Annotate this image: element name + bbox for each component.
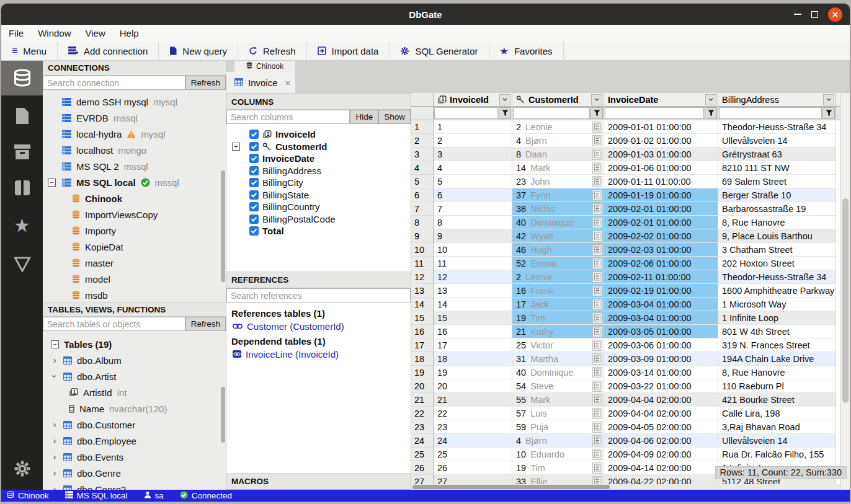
cell-invoicedate[interactable]: 2009-02-01 01:00:00 bbox=[604, 202, 718, 216]
cell-invoicedate[interactable]: 2009-04-05 02:00:00 bbox=[604, 420, 718, 434]
cell-invoiceid[interactable]: 1 bbox=[434, 120, 512, 134]
filter-input-invoicedate[interactable] bbox=[605, 107, 704, 119]
cell-billingaddress[interactable]: 69 Salem Street bbox=[718, 175, 836, 188]
cell-invoicedate[interactable]: 2009-01-06 01:00:00 bbox=[604, 161, 718, 175]
cell-billingaddress[interactable]: Calle Lira, 198 bbox=[718, 407, 836, 420]
filter-funnel-icon[interactable] bbox=[590, 107, 603, 119]
cell-billingaddress[interactable]: 8, Rue Hanovre bbox=[718, 216, 836, 229]
cell-invoiceid[interactable]: 10 bbox=[434, 243, 512, 257]
cell-invoiceid[interactable]: 20 bbox=[434, 379, 512, 393]
reference-link-customer[interactable]: Customer (CustomerId) bbox=[233, 321, 406, 332]
activity-star-icon[interactable]: ★ bbox=[1, 208, 43, 243]
column-item-invoicedate[interactable]: InvoiceDate bbox=[226, 153, 411, 165]
row-detail-icon[interactable] bbox=[592, 435, 602, 446]
row-number[interactable]: 10 bbox=[411, 243, 434, 257]
chevron-right-icon[interactable]: › bbox=[51, 420, 58, 430]
cell-invoicedate[interactable]: 2009-03-14 01:00:00 bbox=[604, 366, 718, 379]
tree-item-dbo-album[interactable]: ›dbo.Album bbox=[43, 352, 226, 368]
activity-filter-icon[interactable] bbox=[1, 247, 43, 281]
references-header[interactable]: REFERENCES bbox=[226, 272, 411, 288]
chevron-right-icon[interactable]: › bbox=[51, 355, 58, 365]
row-number[interactable]: 12 bbox=[411, 270, 434, 284]
new-query-button[interactable]: New query bbox=[159, 42, 238, 60]
cell-invoicedate[interactable]: 2009-04-06 02:00:00 bbox=[604, 434, 718, 448]
database-item-model[interactable]: model bbox=[43, 271, 226, 287]
cell-billingaddress[interactable]: 801 W 4th Street bbox=[718, 325, 836, 338]
cell-invoiceid[interactable]: 3 bbox=[434, 148, 512, 161]
row-detail-icon[interactable] bbox=[592, 408, 602, 419]
cell-invoiceid[interactable]: 22 bbox=[434, 407, 512, 420]
database-item-chinook[interactable]: Chinook bbox=[43, 190, 226, 206]
activity-archive-icon[interactable] bbox=[1, 135, 43, 169]
tree-item-artistid[interactable]: 1ArtistIdint bbox=[43, 384, 226, 400]
activity-file-icon[interactable] bbox=[1, 99, 43, 133]
connection-item-evrdb[interactable]: EVRDBmssql bbox=[43, 110, 226, 126]
cell-invoiceid[interactable]: 18 bbox=[434, 352, 512, 366]
row-detail-icon[interactable] bbox=[592, 312, 602, 324]
tab-invoice[interactable]: Invoice × bbox=[226, 72, 295, 93]
row-detail-icon[interactable] bbox=[592, 449, 602, 460]
column-checkbox[interactable] bbox=[249, 142, 259, 151]
show-button[interactable]: Show bbox=[378, 110, 411, 124]
tree-item-dbo-employee[interactable]: ›dbo.Employee bbox=[43, 433, 226, 449]
cell-invoicedate[interactable]: 2009-01-19 01:00:00 bbox=[604, 188, 718, 202]
cell-billingaddress[interactable]: Barbarossastraße 19 bbox=[718, 202, 836, 216]
chevron-right-icon[interactable]: › bbox=[51, 484, 58, 490]
database-item-importviewscopy[interactable]: ImportViewsCopy bbox=[43, 206, 226, 223]
cell-invoicedate[interactable]: 2009-04-14 02:00:00 bbox=[604, 461, 718, 475]
cell-billingaddress[interactable]: 319 N. Frances Street bbox=[718, 338, 836, 352]
cell-billingaddress[interactable]: 8, Rue Hanovre bbox=[718, 366, 836, 379]
cell-invoiceid[interactable]: 5 bbox=[434, 175, 512, 188]
columns-header[interactable]: COLUMNS bbox=[226, 93, 411, 110]
chevron-right-icon[interactable]: › bbox=[51, 452, 58, 462]
row-number[interactable]: 15 bbox=[411, 311, 434, 325]
database-item-kopiedat[interactable]: KopieDat bbox=[43, 239, 226, 255]
cell-customerid[interactable]: 4Bjørn bbox=[512, 134, 604, 148]
cell-customerid[interactable]: 42Wyatt bbox=[512, 229, 604, 243]
tables-header[interactable]: TABLES, VIEWS, FUNCTIONS bbox=[43, 302, 226, 317]
row-number[interactable]: 17 bbox=[411, 338, 434, 352]
tab-close-icon[interactable]: × bbox=[285, 77, 291, 88]
row-number[interactable]: 20 bbox=[411, 379, 434, 393]
column-item-total[interactable]: Total bbox=[226, 225, 411, 237]
column-checkbox[interactable] bbox=[249, 190, 259, 200]
cell-customerid[interactable]: 40Dominique bbox=[512, 216, 604, 229]
connection-item-local-hydra[interactable]: local-hydramysql bbox=[43, 126, 226, 142]
cell-invoicedate[interactable]: 2009-04-04 02:00:00 bbox=[604, 407, 718, 420]
tab-group-chinook[interactable]: Chinook bbox=[234, 61, 295, 72]
expand-icon[interactable]: + bbox=[232, 143, 240, 151]
cell-invoiceid[interactable]: 13 bbox=[434, 284, 512, 298]
status-server[interactable]: MS SQL local bbox=[65, 491, 128, 500]
cell-customerid[interactable]: 31Martha bbox=[512, 352, 604, 366]
grid-horizontal-scrollbar[interactable] bbox=[411, 484, 840, 490]
row-detail-icon[interactable] bbox=[592, 381, 602, 392]
row-detail-icon[interactable] bbox=[592, 353, 602, 365]
cell-invoicedate[interactable]: 2009-02-06 01:00:00 bbox=[604, 257, 718, 270]
connections-refresh-button[interactable]: Refresh bbox=[185, 76, 226, 90]
row-number[interactable]: 11 bbox=[411, 257, 434, 270]
cell-invoicedate[interactable]: 2009-01-11 01:00:00 bbox=[604, 175, 718, 188]
row-detail-icon[interactable] bbox=[592, 190, 602, 201]
collapse-icon[interactable]: − bbox=[51, 340, 59, 348]
cell-billingaddress[interactable]: 1 Microsoft Way bbox=[718, 298, 836, 311]
cell-invoiceid[interactable]: 12 bbox=[434, 270, 512, 284]
cell-customerid[interactable]: 14Mark bbox=[512, 161, 604, 175]
filter-input-invoiceid[interactable] bbox=[434, 107, 498, 119]
cell-customerid[interactable]: 4Bjørn bbox=[512, 434, 604, 448]
cell-billingaddress[interactable]: Ullevålsveien 14 bbox=[718, 434, 836, 448]
add-connection-button[interactable]: Add connection bbox=[58, 42, 159, 60]
row-detail-icon[interactable] bbox=[592, 340, 602, 351]
cell-invoicedate[interactable]: 2009-02-11 01:00:00 bbox=[604, 270, 718, 284]
column-menu-icon[interactable] bbox=[591, 94, 602, 105]
row-detail-icon[interactable] bbox=[592, 272, 602, 283]
search-references-input[interactable] bbox=[226, 288, 411, 303]
column-header-invoicedate[interactable]: InvoiceDate bbox=[604, 93, 718, 106]
activity-database-icon[interactable] bbox=[1, 61, 43, 95]
cell-customerid[interactable]: 25Victor bbox=[512, 338, 604, 352]
column-checkbox[interactable] bbox=[249, 154, 259, 163]
menu-button[interactable]: ≡ Menu bbox=[1, 42, 58, 60]
search-columns-input[interactable] bbox=[226, 110, 350, 124]
row-number[interactable]: 13 bbox=[411, 284, 434, 298]
cell-billingaddress[interactable]: Theodor-Heuss-Straße 34 bbox=[718, 120, 836, 134]
cell-customerid[interactable]: 59Puja bbox=[512, 420, 604, 434]
